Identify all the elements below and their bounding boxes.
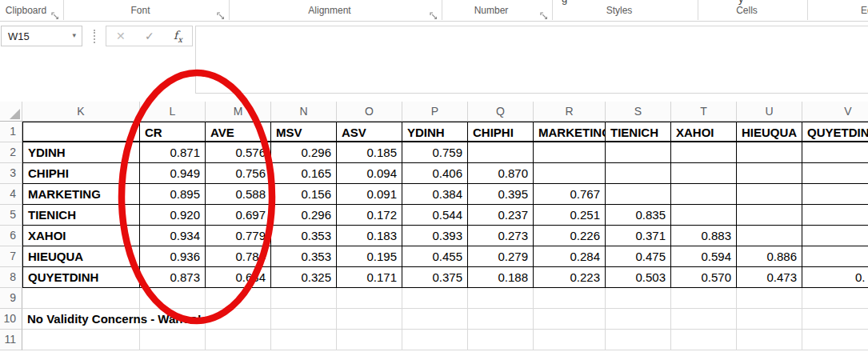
cell-O9[interactable] — [337, 288, 402, 309]
cell-L11[interactable] — [140, 330, 206, 350]
cell-R2[interactable] — [534, 142, 606, 163]
cell-L6[interactable]: 0.934 — [140, 226, 206, 246]
cell-S8[interactable]: 0.503 — [606, 267, 671, 288]
enter-icon[interactable]: ✓ — [145, 30, 154, 42]
cell-R3[interactable] — [534, 163, 606, 184]
cell-T6[interactable]: 0.883 — [671, 226, 737, 246]
cell-P4[interactable]: 0.384 — [402, 184, 468, 205]
cell-P9[interactable] — [402, 288, 468, 309]
column-header-U[interactable]: U — [737, 102, 802, 122]
cell-V10[interactable] — [802, 309, 868, 330]
cell-O8[interactable]: 0.171 — [337, 267, 402, 288]
cell-K11[interactable] — [22, 330, 140, 350]
column-header-S[interactable]: S — [606, 102, 671, 122]
cell-K7[interactable]: HIEUQUA — [22, 246, 140, 267]
cell-M11[interactable] — [206, 330, 271, 350]
cancel-icon[interactable]: ✕ — [116, 30, 126, 42]
row-header-10[interactable]: 10 — [0, 309, 22, 330]
cell-V8[interactable]: 0. — [802, 267, 868, 288]
cell-Q7[interactable]: 0.279 — [468, 246, 534, 267]
cell-M6[interactable]: 0.779 — [206, 226, 271, 246]
cell-K9[interactable] — [22, 288, 140, 309]
clipboard-dialog-launcher-icon[interactable] — [51, 9, 59, 17]
cell-T7[interactable]: 0.594 — [671, 246, 737, 267]
cell-L5[interactable]: 0.920 — [140, 205, 206, 226]
column-header-K[interactable]: K — [22, 102, 140, 122]
cell-T8[interactable]: 0.570 — [671, 267, 737, 288]
cell-U2[interactable] — [737, 142, 802, 163]
column-header-L[interactable]: L — [140, 102, 206, 122]
cell-L9[interactable] — [140, 288, 206, 309]
cell-T1[interactable]: XAHOI — [671, 122, 737, 142]
cell-T2[interactable] — [671, 142, 737, 163]
cell-L8[interactable]: 0.873 — [140, 267, 206, 288]
cell-S1[interactable]: TIENICH — [606, 122, 671, 142]
cell-M8[interactable]: 0.634 — [206, 267, 271, 288]
cell-V5[interactable] — [802, 205, 868, 226]
cell-P5[interactable]: 0.544 — [402, 205, 468, 226]
cell-S9[interactable] — [606, 288, 671, 309]
cell-R10[interactable] — [534, 309, 606, 330]
cell-Q10[interactable] — [468, 309, 534, 330]
column-header-N[interactable]: N — [271, 102, 337, 122]
font-dialog-launcher-icon[interactable] — [217, 9, 225, 17]
cell-N2[interactable]: 0.296 — [271, 142, 337, 163]
cell-L3[interactable]: 0.949 — [140, 163, 206, 184]
row-header-11[interactable]: 11 — [0, 330, 22, 350]
cell-T4[interactable] — [671, 184, 737, 205]
cell-T9[interactable] — [671, 288, 737, 309]
cell-Q5[interactable]: 0.237 — [468, 205, 534, 226]
number-dialog-launcher-icon[interactable] — [540, 9, 548, 17]
cell-S5[interactable]: 0.835 — [606, 205, 671, 226]
cell-N9[interactable] — [271, 288, 337, 309]
row-header-3[interactable]: 3 — [0, 163, 22, 184]
cell-K2[interactable]: YDINH — [22, 142, 140, 163]
cell-Q2[interactable] — [468, 142, 534, 163]
column-header-M[interactable]: M — [206, 102, 271, 122]
cell-U1[interactable]: HIEUQUA — [737, 122, 802, 142]
cell-O2[interactable]: 0.185 — [337, 142, 402, 163]
cell-R11[interactable] — [534, 330, 606, 350]
cell-M5[interactable]: 0.697 — [206, 205, 271, 226]
cell-R5[interactable]: 0.251 — [534, 205, 606, 226]
cell-N10[interactable] — [271, 309, 337, 330]
cell-U10[interactable] — [737, 309, 802, 330]
cell-K6[interactable]: XAHOI — [22, 226, 140, 246]
cell-S6[interactable]: 0.371 — [606, 226, 671, 246]
column-header-V[interactable]: V — [802, 102, 868, 122]
cell-K5[interactable]: TIENICH — [22, 205, 140, 226]
cell-Q9[interactable] — [468, 288, 534, 309]
cell-K8[interactable]: QUYETDINH — [22, 267, 140, 288]
cell-M4[interactable]: 0.588 — [206, 184, 271, 205]
row-header-8[interactable]: 8 — [0, 267, 22, 288]
cell-V4[interactable] — [802, 184, 868, 205]
cell-V6[interactable] — [802, 226, 868, 246]
name-box[interactable]: W15 ▾ — [1, 26, 82, 46]
cell-V11[interactable] — [802, 330, 868, 350]
cell-U11[interactable] — [737, 330, 802, 350]
cell-M9[interactable] — [206, 288, 271, 309]
cell-V1[interactable]: QUYETDINH — [802, 122, 868, 142]
cell-S11[interactable] — [606, 330, 671, 350]
column-header-Q[interactable]: Q — [468, 102, 534, 122]
cell-R9[interactable] — [534, 288, 606, 309]
cell-N3[interactable]: 0.165 — [271, 163, 337, 184]
cell-M1[interactable]: AVE — [206, 122, 271, 142]
cell-L1[interactable]: CR — [140, 122, 206, 142]
cell-M2[interactable]: 0.576 — [206, 142, 271, 163]
cell-N4[interactable]: 0.156 — [271, 184, 337, 205]
cell-O7[interactable]: 0.195 — [337, 246, 402, 267]
cell-U9[interactable] — [737, 288, 802, 309]
column-header-P[interactable]: P — [402, 102, 468, 122]
column-header-O[interactable]: O — [337, 102, 402, 122]
row-header-5[interactable]: 5 — [0, 205, 22, 226]
cell-U7[interactable]: 0.886 — [737, 246, 802, 267]
cell-P11[interactable] — [402, 330, 468, 350]
cell-V7[interactable] — [802, 246, 868, 267]
select-all-corner[interactable] — [0, 102, 22, 122]
row-header-1[interactable]: 1 — [0, 122, 22, 142]
cell-R6[interactable]: 0.226 — [534, 226, 606, 246]
cell-S4[interactable] — [606, 184, 671, 205]
cell-M7[interactable]: 0.784 — [206, 246, 271, 267]
cell-N11[interactable] — [271, 330, 337, 350]
